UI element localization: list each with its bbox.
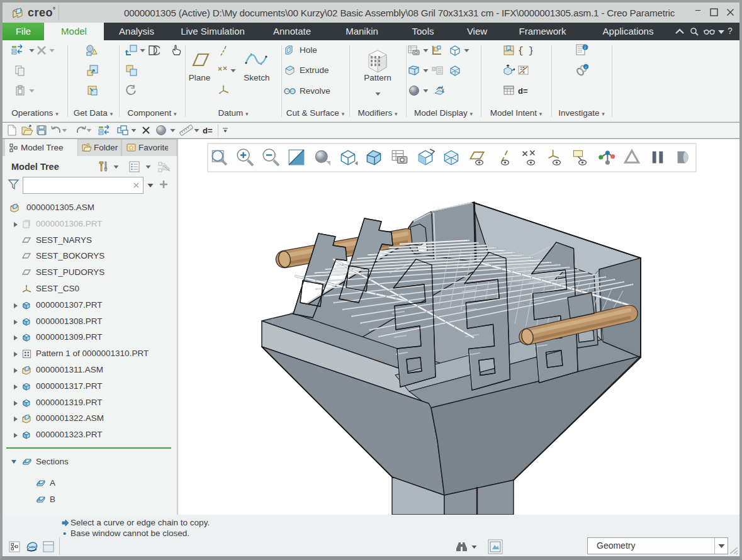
svg-text:d=: d= — [518, 86, 528, 96]
svg-text:i: i — [585, 45, 586, 50]
svg-text:i: i — [585, 65, 587, 70]
svg-text:x: x — [438, 86, 441, 90]
svg-text:{ }: { } — [518, 46, 532, 56]
svg-text:y: y — [442, 87, 444, 92]
svg-text:d=: d= — [203, 126, 213, 135]
